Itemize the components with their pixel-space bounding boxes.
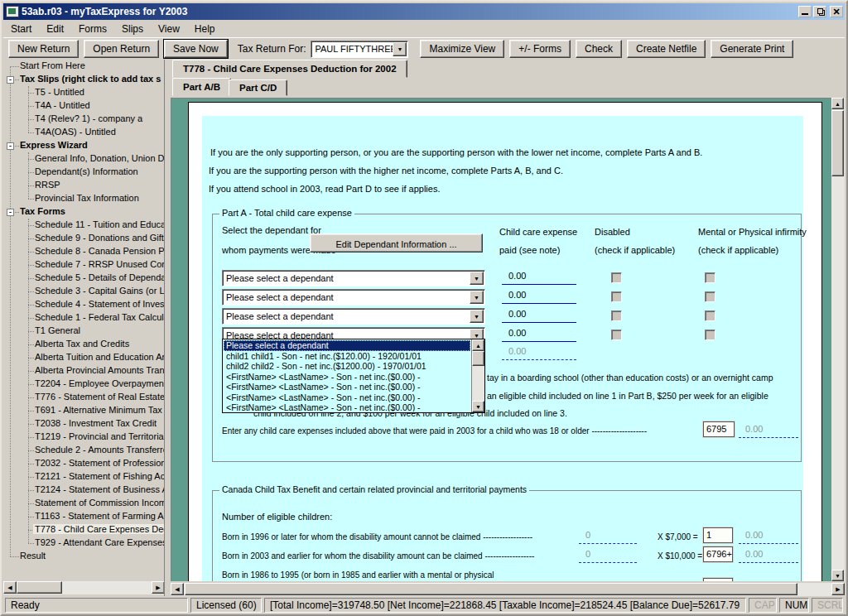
chevron-down-icon[interactable]: ▼: [393, 42, 407, 56]
sidebar-item-label: Schedule 4 - Statement of Invest: [35, 299, 165, 309]
dependant-option[interactable]: <FirstName> <LastName> - Son - net inc.(…: [224, 372, 470, 383]
disabled-checkbox[interactable]: [611, 291, 622, 302]
menu-start[interactable]: Start: [3, 22, 39, 36]
sidebar-item-label: T1219 - Provincial and Territorial A: [35, 431, 165, 441]
chevron-down-icon[interactable]: ▼: [470, 291, 484, 304]
menu-edit[interactable]: Edit: [39, 22, 71, 36]
scroll-right-icon[interactable]: ▶: [831, 583, 845, 595]
popup-scroll-thumb[interactable]: [472, 351, 484, 366]
sidebar-item-label: Provincial Tax Information: [35, 193, 139, 203]
scroll-up-icon[interactable]: ▲: [831, 98, 844, 109]
sidebar-item[interactable]: -Tax Slips (right click to add tax s: [3, 73, 164, 86]
line18-input[interactable]: 6795: [703, 421, 735, 437]
plus-minus-forms-button[interactable]: +/- Forms: [509, 40, 571, 58]
tree-collapse-icon[interactable]: -: [7, 76, 14, 84]
popup-scrollbar[interactable]: ▲ ▼: [471, 339, 484, 412]
sidebar-item-label: T4A - Untitled: [35, 100, 90, 110]
check-button[interactable]: Check: [576, 40, 622, 58]
tree-collapse-icon[interactable]: -: [7, 209, 14, 216]
dependant-option[interactable]: <FirstName> <LastName> - Son - net inc.(…: [224, 382, 470, 392]
tab-t778[interactable]: T778 - Child Care Expenses Deduction for…: [172, 60, 407, 78]
scroll-right-icon[interactable]: ▶: [152, 581, 165, 594]
disabled-checkbox[interactable]: [611, 330, 622, 340]
sidebar-item-label: T2121 - Statement of Fishing Acti: [35, 471, 165, 481]
disabled-checkbox[interactable]: [611, 272, 622, 283]
intro-line-1: If you are the only supporting person, o…: [210, 147, 702, 157]
col-expense-header-1: Child care expense: [499, 227, 577, 237]
cctb-row3-input[interactable]: [703, 578, 733, 581]
open-return-button[interactable]: Open Return: [84, 40, 159, 58]
sidebar-item[interactable]: Start From Here: [3, 60, 164, 73]
menu-forms[interactable]: Forms: [71, 22, 114, 36]
dependant-option[interactable]: Please select a dependant: [224, 340, 470, 351]
main-hscroll-thumb[interactable]: [185, 583, 797, 595]
tab-part-ab[interactable]: Part A/B: [172, 78, 231, 96]
infirmity-checkbox[interactable]: [705, 310, 716, 321]
line18-label: Enter any child care expenses included a…: [222, 426, 647, 436]
app-icon: [6, 6, 19, 17]
infirmity-checkbox[interactable]: [705, 330, 716, 340]
scroll-down-icon[interactable]: ▼: [472, 401, 484, 412]
new-return-button[interactable]: New Return: [8, 40, 79, 58]
forms-tree-panel: Start From Here-Tax Slips (right click t…: [3, 60, 165, 596]
edit-dependant-button[interactable]: Edit Dependant Information ...: [310, 233, 483, 253]
dependant-select[interactable]: Please select a dependant▼: [222, 270, 485, 286]
sidebar-item[interactable]: -Tax Forms: [3, 205, 164, 219]
tree-collapse-icon[interactable]: -: [7, 142, 14, 150]
dependant-option[interactable]: child1 child1 - Son - net inc.($120.00) …: [224, 351, 470, 362]
cctb-row1-amount: 0.00: [739, 530, 798, 544]
restore-button[interactable]: [813, 6, 826, 17]
taxpayer-select[interactable]: PAUL FIFTYTHREE▼: [311, 41, 408, 58]
dependant-option[interactable]: <FirstName> <LastName> - Son - net inc.(…: [224, 392, 470, 403]
sidebar-item[interactable]: Result: [3, 550, 164, 563]
disabled-checkbox[interactable]: [611, 310, 622, 321]
create-netfile-button[interactable]: Create Netfile: [627, 40, 706, 58]
scroll-down-icon[interactable]: ▼: [831, 570, 844, 581]
minimize-button[interactable]: [798, 6, 812, 17]
dependant-option[interactable]: <FirstName> <LastName> - Son - net inc.(…: [224, 402, 470, 411]
save-now-button[interactable]: Save Now: [164, 40, 228, 58]
main-vscroll-thumb[interactable]: [831, 110, 844, 176]
dependant-select[interactable]: Please select a dependant▼: [222, 308, 485, 325]
cctb-row2-label: Born in 2003 and earlier for whom the di…: [222, 551, 534, 561]
sidebar-item-label: T776 - Statement of Real Estate R: [35, 392, 165, 402]
expense-amount[interactable]: 0.00: [502, 290, 576, 304]
sidebar-item-label: T2032 - Statement of Professiona: [35, 458, 165, 468]
line18-amount: 0.00: [739, 424, 798, 438]
generate-print-button[interactable]: Generate Print: [711, 40, 793, 58]
dependant-select[interactable]: Please select a dependant▼: [222, 289, 485, 306]
expense-amount[interactable]: 0.00: [502, 309, 576, 323]
scroll-up-icon[interactable]: ▲: [472, 339, 484, 351]
cctb-row1-label: Born in 1996 or later for whom the disab…: [222, 532, 532, 541]
tab-part-cd[interactable]: Part C/D: [229, 79, 287, 96]
main-vscrollbar[interactable]: ▲ ▼: [831, 98, 845, 581]
sidebar-item-label: Schedule 7 - RRSP Unused Contrib: [35, 259, 165, 269]
tax-return-for-label: Tax Return For:: [238, 43, 306, 55]
infirmity-checkbox[interactable]: [705, 272, 716, 283]
maximize-view-button[interactable]: Maximize View: [420, 40, 504, 58]
menu-view[interactable]: View: [151, 22, 187, 36]
cctb-legend: Canada Child Tax Benefit and certain rel…: [219, 484, 529, 494]
infirmity-checkbox[interactable]: [705, 291, 716, 302]
menu-help[interactable]: Help: [187, 22, 223, 36]
expense-amount[interactable]: 0.00: [502, 328, 576, 342]
sidebar-item-label: Alberta Tuition and Education Am: [35, 352, 165, 362]
cctb-row2-input[interactable]: 6796+: [703, 546, 733, 562]
main-hscrollbar[interactable]: ◀ ▶: [171, 583, 845, 596]
sidebar-hscrollbar[interactable]: ◀ ▶: [3, 581, 165, 594]
close-button[interactable]: ✕: [830, 6, 843, 17]
scroll-left-icon[interactable]: ◀: [171, 583, 184, 595]
sidebar-hscroll-thumb[interactable]: [17, 581, 62, 594]
intro-line-2: If you are the supporting person with th…: [209, 166, 563, 176]
expense-amount[interactable]: 0.00: [502, 271, 576, 285]
menu-slips[interactable]: Slips: [114, 22, 151, 36]
menu-bar: Start Edit Forms Slips View Help: [3, 20, 845, 38]
sidebar-item-label: T929 - Attendant Care Expenses: [35, 537, 165, 547]
scroll-left-icon[interactable]: ◀: [3, 581, 17, 594]
sidebar-item-label: RRSP: [35, 180, 60, 190]
dependant-option[interactable]: child2 child2 - Son - net inc.($1200.00)…: [224, 361, 470, 372]
chevron-down-icon[interactable]: ▼: [470, 310, 484, 323]
sidebar-item[interactable]: -Express Wizard: [3, 139, 164, 152]
cctb-row1-input[interactable]: 1: [703, 527, 733, 543]
chevron-down-icon[interactable]: ▼: [470, 272, 484, 285]
